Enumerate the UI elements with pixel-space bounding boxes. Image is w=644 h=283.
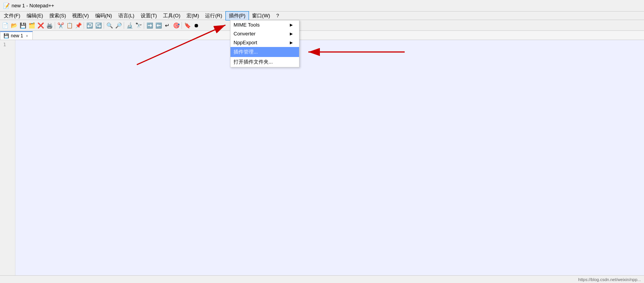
toolbar-indent[interactable]: ➡️ bbox=[145, 21, 154, 30]
window-title: new 1 - Notepad++ bbox=[12, 3, 54, 8]
menu-plugins[interactable]: 插件(P) bbox=[225, 11, 249, 20]
plugin-nppexport[interactable]: NppExport ▶ bbox=[230, 38, 299, 47]
toolbar-sep-6 bbox=[182, 22, 182, 29]
plugin-mime-tools[interactable]: MIME Tools ▶ bbox=[230, 20, 299, 29]
menu-tools[interactable]: 工具(O) bbox=[160, 12, 183, 20]
toolbar-bookmark[interactable]: 🔖 bbox=[183, 21, 192, 30]
toolbar-paste[interactable]: 📌 bbox=[74, 21, 82, 30]
editor-area: 1 bbox=[0, 40, 644, 275]
toolbar-close[interactable]: ❌ bbox=[36, 21, 45, 30]
toolbar-sep-4 bbox=[124, 22, 124, 29]
plugin-converter-label: Converter bbox=[234, 31, 256, 37]
editor-content[interactable] bbox=[15, 40, 644, 275]
toolbar-undo[interactable]: ↩️ bbox=[85, 21, 94, 30]
line-numbers: 1 bbox=[0, 40, 15, 275]
line-number-1: 1 bbox=[3, 42, 13, 47]
toolbar-sep-5 bbox=[144, 22, 144, 29]
plugin-open-folder-label: 打开插件文件夹... bbox=[234, 59, 273, 65]
toolbar-sep-1 bbox=[55, 22, 55, 29]
menu-file[interactable]: 文件(F) bbox=[1, 12, 24, 20]
toolbar-sep-3 bbox=[104, 22, 104, 29]
toolbar-save[interactable]: 💾 bbox=[18, 21, 27, 30]
title-bar: 📝 new 1 - Notepad++ bbox=[0, 0, 644, 12]
plugin-open-folder[interactable]: 打开插件文件夹... bbox=[230, 57, 299, 67]
plugin-converter[interactable]: Converter ▶ bbox=[230, 29, 299, 38]
toolbar-zoom-in[interactable]: 🔬 bbox=[125, 21, 134, 30]
plugin-converter-arrow: ▶ bbox=[290, 32, 293, 36]
toolbar-cut[interactable]: ✂️ bbox=[56, 21, 65, 30]
toolbar-print[interactable]: 🖨️ bbox=[45, 21, 54, 30]
toolbar-find[interactable]: 🔍 bbox=[105, 21, 114, 30]
tab-label: new 1 bbox=[11, 33, 23, 39]
plugin-nppexport-label: NppExport bbox=[234, 40, 257, 45]
plugin-mime-tools-arrow: ▶ bbox=[290, 23, 293, 27]
toolbar-outdent[interactable]: ⬅️ bbox=[154, 21, 163, 30]
app-icon: 📝 bbox=[3, 3, 9, 9]
toolbar-save-all[interactable]: 🗂️ bbox=[27, 21, 36, 30]
plugin-nppexport-arrow: ▶ bbox=[290, 40, 293, 45]
plugin-manager-label: 插件管理... bbox=[234, 49, 258, 55]
plugin-mime-tools-label: MIME Tools bbox=[234, 22, 260, 28]
toolbar-zoom-out[interactable]: 🔭 bbox=[134, 21, 143, 30]
menu-window[interactable]: 窗口(W) bbox=[249, 12, 273, 20]
toolbar-open[interactable]: 📂 bbox=[10, 21, 18, 30]
menu-help[interactable]: ? bbox=[273, 12, 282, 19]
toolbar-record[interactable]: ⏺ bbox=[192, 21, 200, 30]
toolbar-focus[interactable]: 🎯 bbox=[172, 21, 180, 30]
menu-language[interactable]: 语言(L) bbox=[115, 12, 138, 20]
tab-bar: 💾 new 1 × bbox=[0, 31, 644, 40]
toolbar-new[interactable]: 📄 bbox=[1, 21, 9, 30]
menu-edit[interactable]: 编辑(E) bbox=[24, 12, 46, 20]
status-bar: https://blog.csdn.net/weixin/npp... bbox=[0, 275, 644, 283]
tab-close-btn[interactable]: × bbox=[25, 33, 29, 38]
menu-search[interactable]: 搜索(S) bbox=[46, 12, 69, 20]
menu-macro[interactable]: 宏(M) bbox=[183, 12, 202, 20]
menu-encoding[interactable]: 编码(N) bbox=[92, 12, 115, 20]
toolbar: 📄 📂 💾 🗂️ ❌ 🖨️ ✂️ 📋 📌 ↩️ ↪️ 🔍 🔎 🔬 🔭 ➡️ ⬅️… bbox=[0, 20, 644, 31]
toolbar-redo[interactable]: ↪️ bbox=[94, 21, 103, 30]
tab-icon: 💾 bbox=[3, 33, 9, 39]
menu-run[interactable]: 运行(R) bbox=[202, 12, 225, 20]
toolbar-sep-2 bbox=[84, 22, 84, 29]
toolbar-find-replace[interactable]: 🔎 bbox=[114, 21, 123, 30]
toolbar-copy[interactable]: 📋 bbox=[65, 21, 74, 30]
menu-bar: 文件(F) 编辑(E) 搜索(S) 视图(V) 编码(N) 语言(L) 设置(T… bbox=[0, 12, 644, 20]
toolbar-wrap[interactable]: ↵ bbox=[163, 21, 172, 30]
status-url: https://blog.csdn.net/weixin/npp... bbox=[578, 277, 641, 282]
tab-new1[interactable]: 💾 new 1 × bbox=[0, 31, 33, 40]
menu-view[interactable]: 视图(V) bbox=[69, 12, 92, 20]
plugin-dropdown-menu: MIME Tools ▶ Converter ▶ NppExport ▶ 插件管… bbox=[230, 20, 299, 67]
plugin-manager[interactable]: 插件管理... bbox=[230, 47, 299, 57]
menu-settings[interactable]: 设置(T) bbox=[138, 12, 160, 20]
